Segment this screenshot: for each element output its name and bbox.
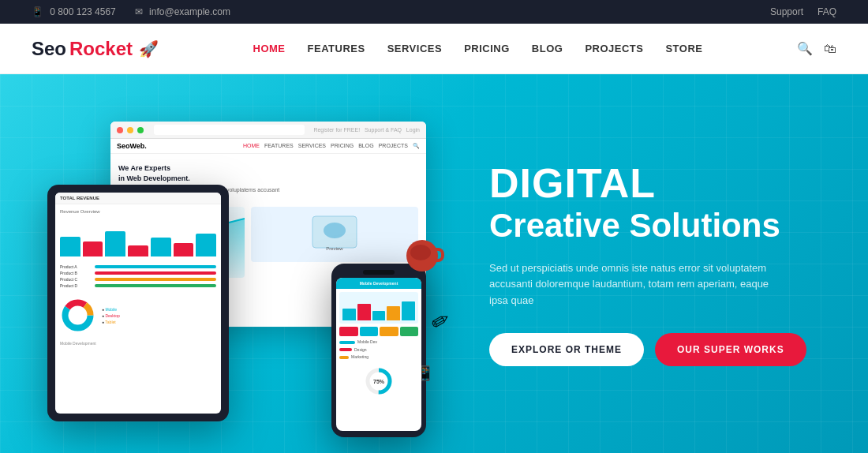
phone-bar-1 — [342, 309, 356, 320]
browser-preview-svg: Preview — [311, 215, 358, 254]
bar-4 — [128, 245, 148, 256]
phone-bars — [339, 297, 418, 320]
phone-contact: 📱 0 800 123 4567 — [32, 6, 116, 17]
dot-red — [117, 127, 123, 133]
nav-projects[interactable]: PROJECTS — [585, 43, 643, 54]
tablet-header: TOTAL REVENUE — [55, 193, 221, 204]
search-icon[interactable]: 🔍 — [797, 41, 813, 56]
email-contact: ✉ info@example.com — [135, 6, 230, 17]
smartphone-icon: 📱 — [417, 365, 434, 382]
phone-text: Mobile Dev Design Marketing — [339, 339, 418, 361]
bar-5 — [151, 238, 171, 256]
nav-home[interactable]: HOME — [253, 43, 286, 54]
product-row-3: Product C — [60, 277, 216, 282]
tablet-section-label: Mobile Development — [55, 338, 221, 349]
product-row-4: Product D — [60, 283, 216, 288]
cart-icon[interactable]: 🛍 — [824, 42, 836, 56]
phone-bar-4 — [387, 306, 400, 320]
bar-1 — [60, 237, 80, 256]
logo-seo: Seo — [32, 38, 66, 60]
product-bar-a — [95, 265, 216, 268]
faq-link[interactable]: FAQ — [817, 6, 836, 17]
support-link[interactable]: Support — [770, 6, 803, 17]
header: SeoRocket 🚀 HOME FEATURES SERVICES PRICI… — [0, 24, 868, 74]
hero-buttons: EXPLORE OR THEME OUR SUPER WORKS — [489, 333, 806, 366]
nav-pricing[interactable]: PRICING — [464, 43, 510, 54]
tablet-chart-label: Revenue Overview — [60, 209, 216, 214]
tablet-bars — [60, 217, 216, 256]
product-bar-d — [95, 284, 216, 287]
phone-mini-chart — [339, 292, 418, 324]
product-row-2: Product B — [60, 271, 216, 275]
donut-area: ● Mobile ● Desktop ● Tablet — [55, 293, 221, 338]
hero-title-line1: DIGITAL — [489, 161, 806, 206]
bar-7 — [196, 234, 216, 256]
coffee-liquid — [410, 245, 431, 260]
hero-subtitle: Sed ut perspiciatis unde omnis iste natu… — [489, 260, 789, 309]
product-row-1: Product A — [60, 264, 216, 269]
swatch-red — [339, 327, 358, 336]
super-works-button[interactable]: OUR SUPER WORKS — [655, 333, 806, 366]
hero-devices: Register for FREE! Support & FAQ Login S… — [47, 98, 458, 429]
phone-bar-2 — [357, 304, 371, 320]
logo-rocket: Rocket — [69, 38, 133, 60]
coffee-handle — [435, 248, 444, 262]
product-bar-b — [95, 271, 216, 275]
swatch-blue — [360, 327, 379, 336]
pencils-decoration: ✏ — [426, 305, 455, 337]
tablet-chart: Revenue Overview — [55, 204, 221, 261]
browser-nav-bar: SeoWeb. HOME FEATURES SERVICES PRICING B… — [110, 139, 426, 154]
dot-green — [137, 127, 144, 133]
product-bar-c — [95, 278, 216, 281]
phone-header: Mobile Development — [336, 278, 421, 289]
hero-section: Register for FREE! Support & FAQ Login S… — [0, 74, 868, 453]
browser-logo: SeoWeb. — [117, 142, 147, 150]
coffee-cup — [406, 240, 442, 275]
phone-notch — [363, 270, 395, 275]
phone-progress-area: 75% — [339, 365, 418, 397]
browser-url-bar — [154, 125, 305, 135]
hero-text: DIGITAL Creative Solutions Sed ut perspi… — [489, 161, 806, 366]
svg-text:75%: 75% — [373, 379, 385, 384]
swatch-green — [400, 327, 419, 336]
svg-text:Preview: Preview — [326, 246, 343, 251]
tablet-screen: TOTAL REVENUE Revenue Overview — [55, 193, 221, 414]
nav-blog[interactable]: BLOG — [532, 43, 563, 54]
phone-bar-5 — [402, 301, 415, 320]
tablet-mockup: TOTAL REVENUE Revenue Overview — [47, 185, 229, 421]
phone-progress-svg: 75% — [363, 365, 395, 397]
main-nav: HOME FEATURES SERVICES PRICING BLOG PROJ… — [253, 43, 703, 54]
tablet-products: Product A Product B Product C Product D — [55, 261, 221, 293]
browser-image-preview: Preview — [251, 207, 418, 262]
donut-legend: ● Mobile ● Desktop ● Tablet — [102, 306, 120, 325]
browser-hero-title: We Are Expertsin Web Development. — [118, 163, 418, 183]
logo[interactable]: SeoRocket 🚀 — [32, 38, 159, 60]
browser-bar: Register for FREE! Support & FAQ Login — [110, 122, 426, 139]
donut-chart — [60, 298, 95, 333]
phone-mockup: Mobile Development — [331, 264, 426, 437]
bar-6 — [174, 243, 194, 257]
browser-controls: Register for FREE! Support & FAQ Login — [313, 127, 420, 133]
svg-point-1 — [324, 223, 346, 238]
explore-theme-button[interactable]: EXPLORE OR THEME — [489, 333, 644, 366]
bar-3 — [105, 231, 125, 257]
phone-content: Mobile Dev Design Marketing — [336, 289, 421, 400]
browser-right-panel: Preview Responsive & Retina Ready — [251, 207, 418, 270]
top-bar: 📱 0 800 123 4567 ✉ info@example.com Supp… — [0, 0, 868, 24]
nav-services[interactable]: SERVICES — [387, 43, 443, 54]
swatch-orange — [380, 327, 398, 336]
nav-store[interactable]: STORE — [665, 43, 702, 54]
rocket-icon: 🚀 — [139, 39, 159, 58]
bar-2 — [83, 241, 103, 256]
coffee-circle — [406, 240, 438, 271]
phone-bar-3 — [372, 311, 386, 320]
nav-icons: 🔍 🛍 — [797, 41, 836, 56]
nav-features[interactable]: FEATURES — [308, 43, 365, 54]
hero-title-line2: Creative Solutions — [489, 206, 806, 245]
phone-swatches — [339, 327, 418, 336]
dot-yellow — [127, 127, 133, 133]
phone-screen: Mobile Development — [336, 278, 421, 431]
browser-nav-links: HOME FEATURES SERVICES PRICING BLOG PROJ… — [243, 143, 420, 149]
